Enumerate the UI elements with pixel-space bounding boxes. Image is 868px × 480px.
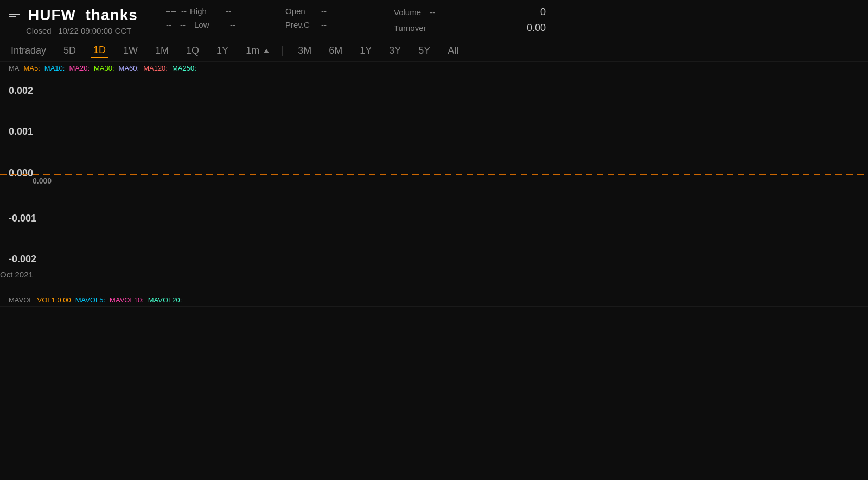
stock-subtitle: Closed 10/22 09:00:00 CCT [9,26,161,35]
turnover-row: Turnover 0.00 [394,22,557,34]
ma60-label: MA60: [119,64,139,72]
prevc-dash: -- [321,20,327,29]
chart-wrapper: 0.002 0.001 0.000 0.000 -0.001 -0.002 Oc… [0,74,868,292]
ma10-label: MA10: [44,64,65,72]
high-dash1: -- [181,7,187,16]
tab-3y[interactable]: 3Y [387,44,403,58]
arrow-up-icon [264,49,269,53]
low-label: Low [194,20,227,29]
tab-3m[interactable]: 3M [296,44,314,58]
tab-all[interactable]: All [445,44,461,58]
tab-5y[interactable]: 5Y [416,44,432,58]
ma5-label: MA5: [24,64,40,72]
low-row: -- -- Low -- [166,20,285,29]
price-neg-0002: -0.002 [9,254,36,265]
high-dash-icon [166,11,176,12]
price-0001: 0.001 [9,126,33,137]
prevc-label: Prev.C [285,20,318,29]
low-dash2: -- [180,20,191,29]
volume-label: Volume [394,8,426,17]
mavol5-label: MAVOL5: [75,296,105,304]
ma250-label: MA250: [172,64,196,72]
stock-name: thanks [86,7,138,23]
volume-area [0,306,868,371]
tab-1y-left[interactable]: 1Y [214,44,231,58]
open-row: Open -- [285,7,394,16]
open-label: Open [285,7,318,16]
dashed-reference-line [0,174,868,175]
timebar-divider [282,46,283,56]
header-stats: -- High -- -- -- Low -- Open -- Prev.C -… [161,7,859,34]
turnover-value: 0.00 [527,22,557,34]
menu-icon[interactable] [9,14,20,17]
vol1-label: VOL1:0.00 [37,296,71,304]
price-neg-0001: -0.001 [9,213,36,224]
ma120-label: MA120: [143,64,168,72]
date-label: Oct 2021 [0,270,33,279]
open-dash: -- [321,7,327,16]
low-dash1: -- [166,20,177,29]
ma-legend: MA MA5: MA10: MA20: MA30: MA60: MA120: M… [0,62,868,74]
tab-intraday[interactable]: Intraday [9,44,48,58]
turnover-label: Turnover [394,23,426,33]
title-row: HUFW thanks [9,7,161,24]
prevc-row: Prev.C -- [285,20,394,29]
tab-1m-arrow[interactable]: 1m [244,44,269,58]
status-text: Closed [26,26,52,35]
header: HUFW thanks Closed 10/22 09:00:00 CCT --… [0,0,868,40]
tab-1w[interactable]: 1W [121,44,140,58]
tab-1d[interactable]: 1D [91,43,108,58]
high-row: -- High -- [166,7,285,16]
price-0002: 0.002 [9,85,33,97]
price-0000-sub: 0.000 [33,176,52,185]
ticker-text: HUFW [28,7,76,23]
stock-ticker: HUFW thanks [28,7,138,24]
volume-dash: -- [430,8,435,17]
timebar: Intraday 5D 1D 1W 1M 1Q 1Y 1m 3M 6M 1Y 3… [0,40,868,62]
volume-row: Volume -- 0 [394,7,557,18]
mavol-prefix: MAVOL [9,296,33,304]
ma30-label: MA30: [94,64,114,72]
tab-5d[interactable]: 5D [61,44,78,58]
ma20-label: MA20: [69,64,90,72]
volume-group: Volume -- 0 Turnover 0.00 [394,7,557,34]
datetime-text: 10/22 09:00:00 CCT [58,26,131,35]
tab-6m[interactable]: 6M [327,44,344,58]
volume-value: 0 [540,7,557,18]
open-prev-group: Open -- Prev.C -- [285,7,394,29]
high-low-group: -- High -- -- -- Low -- [166,7,285,29]
header-left: HUFW thanks Closed 10/22 09:00:00 CCT [9,7,161,35]
tab-1y-right[interactable]: 1Y [358,44,374,58]
mavol20-label: MAVOL20: [148,296,182,304]
volume-legend: MAVOL VOL1:0.00 MAVOL5: MAVOL10: MAVOL20… [0,294,868,306]
tab-1m[interactable]: 1M [153,44,171,58]
tab-1q[interactable]: 1Q [184,44,201,58]
mavol10-label: MAVOL10: [110,296,144,304]
high-label: High [190,7,222,16]
low-dash3: -- [230,20,235,29]
ma-prefix: MA [9,64,20,72]
high-dash2: -- [226,7,231,16]
